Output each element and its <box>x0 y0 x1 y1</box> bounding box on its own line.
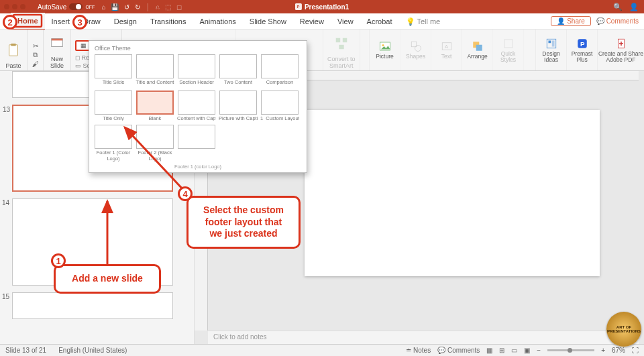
svg-rect-6 <box>336 38 340 42</box>
window-controls[interactable] <box>4 4 25 9</box>
tab-review[interactable]: Review <box>293 13 331 29</box>
smartart-group: Convert to SmartArt <box>323 29 360 70</box>
autosave-switch[interactable] <box>69 3 83 10</box>
annotation-box-1: Add a new slide <box>54 264 161 294</box>
layout-title-only[interactable]: Title Only <box>95 91 132 121</box>
shape-fill-tools[interactable] <box>523 29 535 70</box>
svg-rect-5 <box>52 39 63 41</box>
clipboard-tools: ✂︎ ⧉ 🖌 <box>28 29 44 70</box>
svg-text:P: P <box>580 40 585 48</box>
search-global-icon[interactable]: 🔍 <box>613 3 623 11</box>
autosave-state: OFF <box>85 5 95 9</box>
save-icon[interactable]: 💾 <box>111 3 119 11</box>
zoom-dot[interactable] <box>20 4 25 9</box>
cut-icon[interactable]: ✂︎ <box>33 42 38 50</box>
qa-icon[interactable]: ⬚ <box>165 3 171 11</box>
slide-counter: Slide 13 of 21 <box>5 347 46 354</box>
undo-icon[interactable]: ↺ <box>124 3 129 11</box>
arrange-button[interactable]: Arrange <box>462 29 492 70</box>
language[interactable]: English (United States) <box>58 347 127 354</box>
svg-rect-17 <box>504 40 513 48</box>
notes-toggle[interactable]: ≐ Notes <box>406 347 431 354</box>
redo-icon[interactable]: ↻ <box>135 3 140 11</box>
fit-icon[interactable]: ⛶ <box>632 347 639 354</box>
home-icon[interactable]: ⌂ <box>101 3 105 11</box>
format-painter-icon[interactable]: 🖌 <box>32 60 39 68</box>
slide-thumb[interactable]: 15 <box>12 292 173 319</box>
annotation-box-2: Select the custom footer layout that we … <box>186 196 301 249</box>
copy-icon[interactable]: ⧉ <box>33 51 38 59</box>
tab-insert[interactable]: Insert <box>45 13 77 29</box>
zoom-out-icon[interactable]: − <box>537 347 541 354</box>
gallery-header: Office Theme <box>95 45 301 52</box>
layout-content-caption[interactable]: Content with Caption <box>178 91 215 121</box>
qa-icon[interactable]: ⎌ <box>156 3 160 11</box>
adobe-pdf-button[interactable]: Create and Share Adobe PDF <box>597 29 644 70</box>
layout-section-header[interactable]: Section Header <box>178 54 215 85</box>
tell-me[interactable]: 💡 Tell me <box>399 13 447 29</box>
tab-design[interactable]: Design <box>107 13 144 29</box>
tab-animations[interactable]: Animations <box>193 13 242 29</box>
annotation-3: 3 <box>72 15 87 29</box>
paste-group: Paste <box>0 29 28 70</box>
premast-button[interactable]: PPremast Plus <box>566 29 597 70</box>
svg-rect-2 <box>9 45 18 56</box>
tab-view[interactable]: View <box>331 13 360 29</box>
status-bar: Slide 13 of 21 English (United States) ≐… <box>0 344 644 356</box>
layout-two-content[interactable]: Two Content <box>219 54 257 85</box>
comments-toggle[interactable]: 💬 Comments <box>437 347 480 354</box>
tab-acrobat[interactable]: Acrobat <box>360 13 399 29</box>
tab-slideshow[interactable]: Slide Show <box>243 13 293 29</box>
design-ideas-button[interactable]: Design Ideas <box>535 29 566 70</box>
ribbon-body: Paste ✂︎ ⧉ 🖌 New Slide ▦ Layout ▾ ◻ Rese… <box>0 29 644 71</box>
shapes-button[interactable]: Shapes <box>400 29 431 70</box>
svg-rect-18 <box>547 39 556 48</box>
svg-rect-7 <box>343 38 347 42</box>
layout-footer-3[interactable] <box>178 125 215 149</box>
layout-comparison[interactable]: Comparison <box>261 54 299 85</box>
picture-button[interactable]: Picture <box>369 29 400 70</box>
quick-access-toolbar: ⌂ 💾 ↺ ↻ │ ⎌ ⬚ ◻ <box>101 3 181 11</box>
share-button[interactable]: 👤 Share <box>551 16 590 26</box>
autosave-label: AutoSave <box>38 3 66 11</box>
quick-styles-button[interactable]: Quick Styles <box>492 29 523 70</box>
annotation-4: 4 <box>178 186 193 201</box>
layout-blank[interactable]: Blank <box>136 91 174 121</box>
layout-picture-caption[interactable]: Picture with Caption <box>219 91 257 121</box>
tab-transitions[interactable]: Transitions <box>144 13 193 29</box>
comments-button[interactable]: 💬 Comments <box>596 17 639 25</box>
layout-footer-2[interactable] <box>136 125 174 149</box>
layout-title-content[interactable]: Title and Content <box>136 54 174 85</box>
min-dot[interactable] <box>12 4 17 9</box>
app-icon: P <box>295 3 302 10</box>
view-sorter-icon[interactable]: ⊞ <box>499 347 504 354</box>
svg-text:A: A <box>445 44 448 50</box>
notes-pane[interactable]: Click to add notes <box>208 331 639 344</box>
view-slideshow-icon[interactable]: ▣ <box>524 347 530 354</box>
layout-custom[interactable]: 1_Custom Layout <box>261 91 299 121</box>
layout-footer-1[interactable] <box>95 125 132 149</box>
gallery-footer-item[interactable]: Footer 1 (color Logo) <box>95 162 301 170</box>
layout-title-slide[interactable]: Title Slide <box>95 54 132 85</box>
user-icon[interactable]: 👤 <box>629 3 639 11</box>
svg-point-12 <box>415 46 421 52</box>
annotation-1: 1 <box>51 253 66 268</box>
autosave-toggle[interactable]: AutoSave OFF <box>38 3 95 11</box>
slide-canvas[interactable] <box>305 110 600 276</box>
textbox-button[interactable]: AText <box>431 29 462 70</box>
document-title: P Presentation1 <box>295 3 349 11</box>
zoom-slider[interactable] <box>547 349 594 351</box>
watermark-logo: ART OF PRESENTATIONS <box>606 312 641 347</box>
close-dot[interactable] <box>4 4 9 9</box>
new-slide-button[interactable] <box>48 33 66 54</box>
zoom-value[interactable]: 67% <box>612 347 625 354</box>
new-slide-group: New Slide <box>44 29 71 70</box>
paste-button[interactable] <box>4 40 23 61</box>
titlebar: AutoSave OFF ⌂ 💾 ↺ ↻ │ ⎌ ⬚ ◻ P Presentat… <box>0 0 644 13</box>
annotation-2: 2 <box>3 15 17 29</box>
view-reading-icon[interactable]: ▭ <box>511 347 517 354</box>
qa-icon[interactable]: ◻ <box>176 3 182 11</box>
view-normal-icon[interactable]: ▦ <box>486 347 492 354</box>
layout-gallery[interactable]: Office Theme Title Slide Title and Conte… <box>89 40 307 173</box>
zoom-in-icon[interactable]: + <box>601 347 605 354</box>
